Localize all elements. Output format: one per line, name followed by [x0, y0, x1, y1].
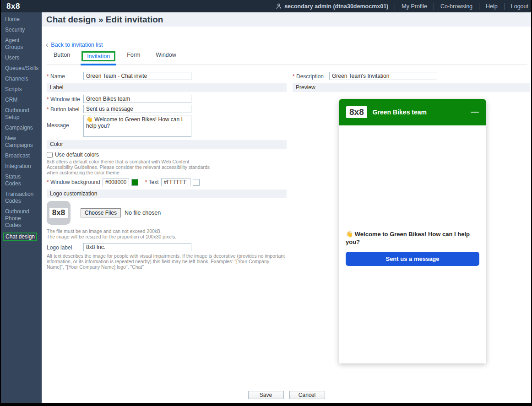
text-color-input[interactable] — [161, 178, 190, 186]
logo-label-input[interactable] — [83, 243, 191, 251]
minimize-icon — [471, 112, 479, 113]
form-actions: Save Cancel — [42, 391, 531, 399]
sidebar-item-home[interactable]: Home — [1, 14, 42, 25]
brand-logo: 8x8 — [1, 2, 26, 11]
text-color-label: Text — [145, 179, 159, 185]
annotation-box: Chat design — [3, 233, 37, 241]
choose-files-button[interactable]: Choose Files — [81, 208, 121, 217]
logo-preview: 8x8 — [47, 201, 71, 225]
tab-window[interactable]: Window — [155, 49, 177, 65]
menu-logout[interactable]: Logout — [504, 3, 531, 10]
no-file-chosen-text: No file chosen — [125, 210, 161, 216]
color-section-header: Color — [47, 140, 287, 149]
user-menu[interactable]: secondary admin (dtna30democmx01) — [270, 3, 395, 10]
sidebar-item-channels[interactable]: Channels — [1, 74, 42, 84]
preview-title: Green Bikes team — [373, 108, 427, 116]
chat-preview-widget: 8x8 Green Bikes team 👋 Welcome to Green … — [339, 99, 486, 363]
name-input[interactable] — [83, 72, 191, 80]
window-title-label: Window title — [47, 95, 83, 103]
sidebar-item-status-codes[interactable]: Status Codes — [1, 172, 42, 189]
use-default-colors-label: Use default colors — [55, 152, 99, 158]
preview-section-header: Preview — [293, 83, 530, 92]
sidebar-item-crm[interactable]: CRM — [1, 95, 42, 105]
window-background-swatch[interactable] — [131, 179, 138, 186]
logo-label-label: Logo label — [47, 243, 83, 251]
sidebar-item-security[interactable]: Security — [1, 25, 42, 35]
message-textarea[interactable]: 👋 Welcome to Green Bikes! How can I help… — [83, 115, 191, 137]
annotation-box: Invitation — [81, 51, 115, 61]
menu-my-profile[interactable]: My Profile — [395, 3, 434, 10]
preview-logo: 8x8 — [346, 106, 367, 118]
preview-chat-button: Sent us a message — [346, 252, 479, 266]
form-left-column: Name Label Window title Button label Mes… — [47, 72, 287, 272]
app-window: 8x8 secondary admin (dtna30democmx01) My… — [0, 0, 532, 406]
user-icon — [276, 3, 282, 9]
form-right-column: Description Preview 8x8 Green Bikes team… — [293, 72, 530, 363]
preview-body: 👋 Welcome to Green Bikes! How can I help… — [339, 125, 486, 363]
cancel-button[interactable]: Cancel — [289, 391, 325, 399]
window-title-input[interactable] — [83, 95, 191, 103]
use-default-colors-checkbox[interactable] — [47, 152, 53, 158]
file-help-2: The image will be resized for the propor… — [47, 234, 212, 239]
tab-bar: Button Invitation Form Window — [47, 49, 527, 65]
message-label: Message — [47, 115, 83, 129]
button-label-label: Button label — [47, 105, 83, 113]
description-input[interactable] — [329, 72, 437, 80]
sidebar-item-broadcast[interactable]: Broadcast — [1, 151, 42, 161]
file-help-1: The file must be an image and can not ex… — [47, 228, 212, 234]
back-link-label: Back to invitation list — [51, 42, 103, 48]
window-background-label: Window background — [47, 179, 100, 185]
description-label: Description — [293, 72, 329, 80]
logo-section-header: Logo customization — [47, 189, 287, 198]
sidebar-item-transaction-codes[interactable]: Transaction Codes — [1, 189, 42, 206]
tab-form[interactable]: Form — [126, 49, 141, 65]
main-content: Chat design » Edit invitation ‹ Back to … — [42, 12, 531, 403]
sidebar-item-campaigns[interactable]: Campaigns — [1, 123, 42, 133]
name-label: Name — [47, 72, 83, 80]
sidebar-item-outbound-phone-codes[interactable]: Outbound Phone Codes — [1, 206, 42, 231]
sidebar-item-new-campaigns[interactable]: New Campaigns — [1, 133, 42, 151]
app-frame: 8x8 secondary admin (dtna30democmx01) My… — [1, 0, 531, 403]
top-bar: 8x8 secondary admin (dtna30democmx01) My… — [1, 0, 531, 12]
alt-text-help: Alt text describes the image for people … — [47, 253, 287, 270]
sidebar-item-users[interactable]: Users — [1, 53, 42, 63]
sidebar-item-queues-skills[interactable]: Queues/Skills — [1, 63, 42, 74]
sidebar-item-outbound-setup[interactable]: Outbound Setup — [1, 105, 42, 123]
label-section-header: Label — [47, 83, 287, 92]
chevron-left-icon: ‹ — [46, 42, 48, 48]
menu-co-browsing[interactable]: Co-browsing — [434, 3, 479, 10]
tab-button[interactable]: Button — [53, 49, 71, 65]
menu-help[interactable]: Help — [479, 3, 504, 10]
user-name: secondary admin (dtna30democmx01) — [284, 3, 388, 10]
logo-preview-text: 8x8 — [49, 208, 68, 218]
top-bar-menu: secondary admin (dtna30democmx01) My Pro… — [270, 0, 531, 12]
color-help-text: 8x8 offers a default color theme that is… — [47, 159, 212, 175]
text-color-swatch[interactable] — [193, 179, 200, 186]
tab-invitation[interactable]: Invitation — [85, 49, 112, 65]
sidebar-item-integration[interactable]: Integration — [1, 161, 42, 172]
preview-message: 👋 Welcome to Green Bikes! How can I help… — [346, 230, 479, 246]
sidebar-item-scripts[interactable]: Scripts — [1, 84, 42, 95]
page-title: Chat design » Edit invitation — [42, 12, 531, 27]
sidebar-item-agent-groups[interactable]: Agent Groups — [1, 35, 42, 53]
preview-header: 8x8 Green Bikes team — [339, 99, 486, 125]
back-to-invitation-list-link[interactable]: ‹ Back to invitation list — [46, 42, 103, 48]
window-background-input[interactable] — [103, 178, 129, 186]
sidebar-nav: Home Security Agent Groups Users Queues/… — [1, 12, 42, 403]
save-button[interactable]: Save — [248, 391, 284, 399]
sidebar-item-chat-design[interactable]: Chat design — [1, 231, 42, 243]
button-label-input[interactable] — [83, 105, 191, 113]
